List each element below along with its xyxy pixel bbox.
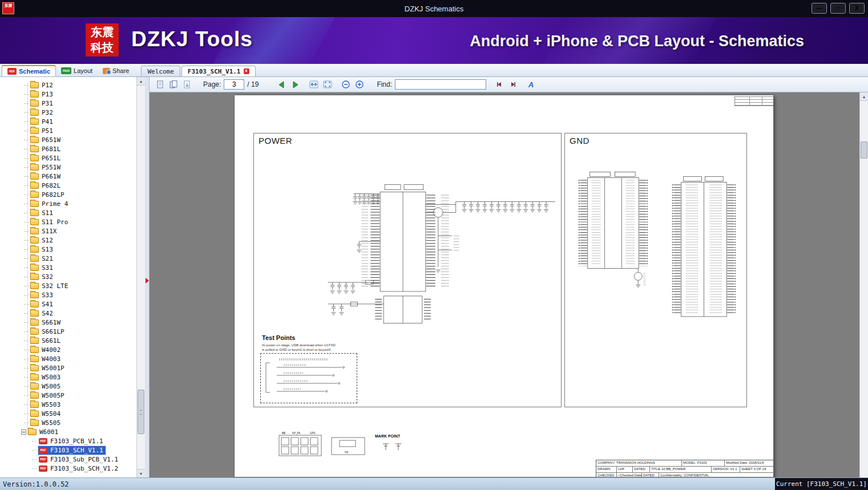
title-block-sheet: SHEET 3 OF 19	[740, 467, 773, 472]
tree-folder-item[interactable]: S12	[0, 236, 136, 245]
tree-file-item[interactable]: PDF F3103_PCB_V1.1	[0, 436, 136, 446]
tree-folder-item[interactable]: P41	[0, 117, 136, 126]
tree-folder-item[interactable]: W5503	[0, 400, 136, 409]
tree-folder-item[interactable]: W5505	[0, 418, 136, 427]
folder-icon	[30, 329, 39, 335]
tree-folder-item[interactable]: W4003	[0, 354, 136, 363]
tree-folder-item[interactable]: Prime 4	[0, 199, 136, 208]
scroll-up-icon[interactable]: ▲	[137, 77, 145, 86]
tree-folder-item[interactable]: S661LP	[0, 327, 136, 336]
tree-folder-item[interactable]: S32 LTE	[0, 281, 136, 290]
tree-folder-item[interactable]: S42	[0, 309, 136, 318]
tab-welcome[interactable]: Welcome	[141, 66, 180, 76]
tree-file-item[interactable]: PDF F3103_SCH_V1.1	[0, 446, 136, 455]
title-block: COMPANY: TRANSSION HOLDINGS MODEL: F3103…	[596, 460, 774, 477]
tree-folder-item[interactable]: S41	[0, 299, 136, 309]
title-block-company: COMPANY: TRANSSION HOLDINGS	[596, 460, 682, 466]
close-tab-icon[interactable]: ×	[244, 68, 249, 74]
tree-folder-item[interactable]: S661L	[0, 336, 136, 345]
tree-folder-item[interactable]: W5504	[0, 409, 136, 418]
schematic-page: POWER	[234, 95, 774, 477]
tree-folder-item[interactable]: W4002	[0, 345, 136, 354]
tree-folder-item[interactable]: P682LP	[0, 190, 136, 199]
viewer-scroll-thumb[interactable]	[861, 141, 867, 159]
collapse-expander-icon[interactable]	[21, 430, 26, 435]
tree-folder-item[interactable]: S661W	[0, 318, 136, 327]
banner-subtitle: Android + iPhone & PCB Layout - Schemati…	[470, 33, 804, 50]
tree-folder-item[interactable]: P31	[0, 99, 136, 108]
pdf-icon: PDF	[39, 438, 47, 444]
minimize-button[interactable]: —	[812, 3, 827, 14]
tree-folder-item[interactable]: S11X	[0, 226, 136, 236]
test-points-title: Test Points	[262, 334, 295, 341]
tree-folder-item[interactable]: P551W	[0, 163, 136, 172]
tab-schematic[interactable]: PDF Schematic	[2, 65, 56, 76]
viewer-scrollbar[interactable]: ▲	[859, 92, 868, 477]
bottom-label-kppa: KP_PA	[292, 432, 300, 435]
pdf-icon: PDF	[39, 456, 47, 463]
next-page-button[interactable]	[290, 79, 301, 90]
facing-pages-view-button[interactable]	[168, 79, 179, 90]
tree-folder-item[interactable]: P681L	[0, 144, 136, 153]
folder-icon	[30, 292, 39, 298]
tree-folder-item[interactable]: W5003	[0, 372, 136, 382]
logo-line1: 东震	[86, 25, 119, 40]
snapshot-page-button[interactable]	[181, 79, 192, 90]
tree-folder-item[interactable]: P682L	[0, 181, 136, 190]
find-input[interactable]	[395, 79, 486, 90]
zoom-out-button[interactable]	[340, 79, 351, 90]
tab-schematic-label: Schematic	[19, 68, 50, 75]
tree-folder-item[interactable]: S21	[0, 254, 136, 263]
sidebar-splitter[interactable]	[145, 77, 150, 477]
fit-page-button[interactable]	[322, 79, 333, 90]
tree-folder-item[interactable]: P661W	[0, 172, 136, 181]
text-size-button[interactable]: A	[526, 79, 536, 90]
tree-folder-item[interactable]: W5005P	[0, 391, 136, 400]
scroll-up-icon[interactable]: ▲	[860, 92, 868, 101]
tree-folder-item[interactable]: P32	[0, 108, 136, 117]
folder-icon	[30, 274, 39, 280]
tab-layout[interactable]: PADS Layout	[56, 65, 98, 76]
tab-document[interactable]: F3103_SCH_V1.1 ×	[181, 66, 256, 76]
tree-folder-item[interactable]: S13	[0, 245, 136, 254]
tree-folder-item[interactable]: S33	[0, 290, 136, 299]
tree-folder-item[interactable]: W5005	[0, 382, 136, 391]
find-previous-button[interactable]	[494, 79, 504, 90]
close-button[interactable]: X	[849, 3, 865, 14]
tree-folder-item[interactable]: P51	[0, 126, 136, 135]
title-block-version: VERSION: V1.1	[712, 467, 740, 472]
folder-icon	[30, 310, 39, 317]
tree-folder-item[interactable]: S32	[0, 272, 136, 281]
folder-icon	[30, 319, 39, 326]
sidebar-scrollbar[interactable]: ▲ ▼	[136, 77, 145, 477]
maximize-button[interactable]: □	[830, 3, 846, 14]
tab-share[interactable]: Share	[98, 65, 134, 76]
tree-file-item[interactable]: PDF F3103_Sub_PCB_V1.1	[0, 455, 136, 464]
folder-icon	[30, 110, 39, 116]
fit-width-button[interactable]	[308, 79, 319, 90]
page-number-input[interactable]	[224, 79, 244, 90]
tree-folder-item[interactable]: W5001P	[0, 363, 136, 372]
sidebar-scroll-thumb[interactable]	[138, 390, 144, 434]
folder-icon	[30, 356, 39, 362]
tree-folder-item[interactable]: S11	[0, 208, 136, 217]
scroll-down-icon[interactable]: ▼	[137, 469, 145, 477]
tree-file-item[interactable]: PDF F3103_Sub_SCH_V1.2	[0, 464, 136, 473]
folder-list: P12 P13 P31	[0, 80, 136, 427]
tree-folder-item[interactable]: P651L	[0, 153, 136, 163]
collapse-sidebar-icon[interactable]	[146, 278, 149, 284]
tree-folder-item[interactable]: S31	[0, 263, 136, 272]
tree-folder-item[interactable]: S11 Pro	[0, 217, 136, 226]
version-text: Version:1.0.0.52	[3, 480, 69, 488]
tree-folder-item[interactable]: P651W	[0, 135, 136, 144]
single-page-view-button[interactable]	[154, 79, 165, 90]
tree-folder-item[interactable]: P13	[0, 90, 136, 99]
tree-folder-item-expanded[interactable]: W6001	[0, 427, 136, 436]
folder-icon	[30, 228, 39, 234]
folder-icon	[30, 420, 39, 426]
find-next-button[interactable]	[507, 79, 518, 90]
zoom-in-button[interactable]	[354, 79, 365, 90]
folder-icon	[30, 137, 39, 143]
previous-page-button[interactable]	[276, 79, 287, 90]
tree-folder-item[interactable]: P12	[0, 80, 136, 90]
